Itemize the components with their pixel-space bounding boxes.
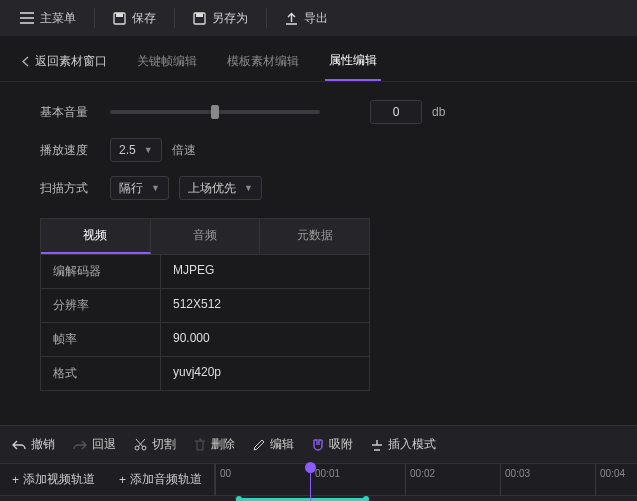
info-tab-audio[interactable]: 音频	[151, 219, 261, 254]
info-val: MJPEG	[161, 255, 369, 288]
svg-rect-3	[196, 13, 203, 17]
info-val: yuvj420p	[161, 357, 369, 390]
magnet-icon	[312, 439, 324, 451]
editor-tabs: 返回素材窗口 关键帧编辑 模板素材编辑 属性编辑	[0, 36, 637, 82]
save-label: 保存	[132, 10, 156, 27]
info-key: 编解码器	[41, 255, 161, 288]
scan-mode-value: 隔行	[119, 180, 143, 197]
info-row: 分辨率512X512	[41, 288, 369, 322]
edit-button[interactable]: 编辑	[253, 436, 294, 453]
redo-icon	[73, 439, 87, 451]
timeline-header: +添加视频轨道 +添加音频轨道 00 00:01 00:02 00:03 00:…	[0, 463, 637, 495]
track-row: 视频轨道3 视频素材1	[0, 495, 637, 501]
hamburger-icon	[20, 12, 34, 24]
volume-slider-thumb[interactable]	[211, 105, 219, 119]
plus-icon: +	[12, 473, 19, 487]
cut-button[interactable]: 切割	[134, 436, 176, 453]
info-tab-meta[interactable]: 元数据	[260, 219, 369, 254]
scan-label: 扫描方式	[40, 180, 100, 197]
pencil-icon	[253, 439, 265, 451]
divider	[266, 8, 267, 28]
delete-button[interactable]: 删除	[194, 436, 235, 453]
playhead[interactable]	[310, 464, 311, 502]
save-button[interactable]: 保存	[103, 4, 166, 33]
svg-rect-1	[116, 13, 123, 17]
info-row: 格式yuvj420p	[41, 356, 369, 390]
volume-label: 基本音量	[40, 104, 100, 121]
snap-label: 吸附	[329, 436, 353, 453]
redo-button[interactable]: 回退	[73, 436, 116, 453]
save-as-icon	[193, 12, 206, 25]
delete-label: 删除	[211, 436, 235, 453]
tick-label: 00:02	[410, 468, 435, 479]
speed-value: 2.5	[119, 143, 136, 157]
chevron-left-icon	[22, 56, 29, 67]
save-as-button[interactable]: 另存为	[183, 4, 258, 33]
info-val: 90.000	[161, 323, 369, 356]
info-key: 格式	[41, 357, 161, 390]
undo-icon	[12, 439, 26, 451]
export-icon	[285, 12, 298, 25]
volume-unit: db	[432, 105, 445, 119]
edit-label: 编辑	[270, 436, 294, 453]
track-lane[interactable]: 视频素材1	[235, 496, 637, 501]
topbar: 主菜单 保存 另存为 导出	[0, 0, 637, 36]
undo-label: 撤销	[31, 436, 55, 453]
insert-icon	[371, 439, 383, 451]
tick-label: 00:03	[505, 468, 530, 479]
add-video-track-label: 添加视频轨道	[23, 471, 95, 488]
redo-label: 回退	[92, 436, 116, 453]
clip-dot	[236, 496, 242, 501]
info-row: 帧率90.000	[41, 322, 369, 356]
cut-label: 切割	[152, 436, 176, 453]
export-label: 导出	[304, 10, 328, 27]
insert-label: 插入模式	[388, 436, 436, 453]
add-video-track-button[interactable]: +添加视频轨道	[0, 471, 107, 488]
info-row: 编解码器MJPEG	[41, 254, 369, 288]
chevron-down-icon: ▼	[151, 183, 160, 193]
info-val: 512X512	[161, 289, 369, 322]
insert-mode-button[interactable]: 插入模式	[371, 436, 436, 453]
time-ruler[interactable]: 00 00:01 00:02 00:03 00:04	[214, 464, 637, 496]
divider	[94, 8, 95, 28]
speed-unit: 倍速	[172, 142, 196, 159]
scan-priority-value: 上场优先	[188, 180, 236, 197]
tick-label: 00:04	[600, 468, 625, 479]
back-label: 返回素材窗口	[35, 53, 107, 70]
speed-select[interactable]: 2.5 ▼	[110, 138, 162, 162]
info-tab-video[interactable]: 视频	[41, 219, 151, 254]
main-menu-button[interactable]: 主菜单	[10, 4, 86, 33]
add-audio-track-button[interactable]: +添加音频轨道	[107, 471, 214, 488]
scissors-icon	[134, 438, 147, 451]
timeline-toolbar: 撤销 回退 切割 删除 编辑 吸附 插入模式	[0, 425, 637, 463]
track-header: 视频轨道3	[0, 496, 235, 501]
export-button[interactable]: 导出	[275, 4, 338, 33]
volume-slider[interactable]	[110, 110, 320, 114]
save-as-label: 另存为	[212, 10, 248, 27]
trash-icon	[194, 438, 206, 451]
snap-button[interactable]: 吸附	[312, 436, 353, 453]
chevron-down-icon: ▼	[144, 145, 153, 155]
divider	[174, 8, 175, 28]
back-to-assets-button[interactable]: 返回素材窗口	[18, 47, 111, 80]
speed-label: 播放速度	[40, 142, 100, 159]
tick-label: 00	[220, 468, 231, 479]
volume-input[interactable]: 0	[370, 100, 422, 124]
add-audio-track-label: 添加音频轨道	[130, 471, 202, 488]
clip-dot	[363, 496, 369, 501]
chevron-down-icon: ▼	[244, 183, 253, 193]
media-info-box: 视频 音频 元数据 编解码器MJPEG 分辨率512X512 帧率90.000 …	[40, 218, 370, 391]
attribute-panel: 基本音量 0 db 播放速度 2.5 ▼ 倍速 扫描方式 隔行 ▼ 上场优先 ▼…	[0, 82, 637, 409]
tab-template[interactable]: 模板素材编辑	[223, 47, 303, 80]
tab-attribute[interactable]: 属性编辑	[325, 46, 381, 81]
main-menu-label: 主菜单	[40, 10, 76, 27]
scan-priority-select[interactable]: 上场优先 ▼	[179, 176, 262, 200]
save-icon	[113, 12, 126, 25]
undo-button[interactable]: 撤销	[12, 436, 55, 453]
info-key: 帧率	[41, 323, 161, 356]
plus-icon: +	[119, 473, 126, 487]
scan-mode-select[interactable]: 隔行 ▼	[110, 176, 169, 200]
tab-keyframe[interactable]: 关键帧编辑	[133, 47, 201, 80]
tick-label: 00:01	[315, 468, 340, 479]
info-key: 分辨率	[41, 289, 161, 322]
